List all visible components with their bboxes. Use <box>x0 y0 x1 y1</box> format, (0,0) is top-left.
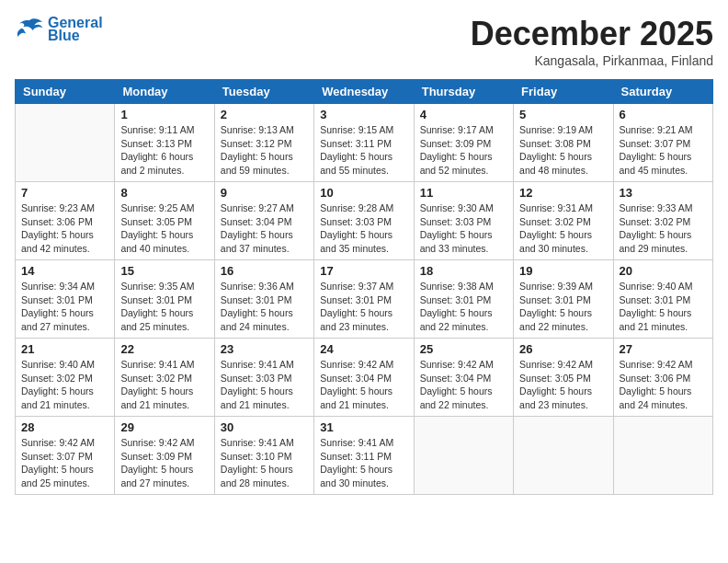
day-number: 15 <box>120 264 208 278</box>
day-number: 10 <box>320 186 407 200</box>
month-title: December 2025 <box>471 15 713 53</box>
day-cell-26: 26Sunrise: 9:42 AM Sunset: 3:05 PM Dayli… <box>514 339 613 417</box>
week-row-4: 21Sunrise: 9:40 AM Sunset: 3:02 PM Dayli… <box>16 339 713 417</box>
weekday-header-thursday: Thursday <box>414 80 513 104</box>
day-number: 26 <box>519 342 607 356</box>
day-info: Sunrise: 9:35 AM Sunset: 3:01 PM Dayligh… <box>120 280 208 334</box>
weekday-header-wednesday: Wednesday <box>314 80 414 104</box>
day-info: Sunrise: 9:40 AM Sunset: 3:01 PM Dayligh… <box>620 280 707 334</box>
day-info: Sunrise: 9:38 AM Sunset: 3:01 PM Dayligh… <box>420 280 507 334</box>
week-row-2: 7Sunrise: 9:23 AM Sunset: 3:06 PM Daylig… <box>16 182 713 260</box>
day-number: 24 <box>320 342 407 356</box>
day-info: Sunrise: 9:36 AM Sunset: 3:01 PM Dayligh… <box>221 280 308 334</box>
day-cell-29: 29Sunrise: 9:42 AM Sunset: 3:09 PM Dayli… <box>115 417 214 495</box>
day-cell-24: 24Sunrise: 9:42 AM Sunset: 3:04 PM Dayli… <box>314 339 414 417</box>
day-info: Sunrise: 9:28 AM Sunset: 3:03 PM Dayligh… <box>320 201 407 256</box>
day-cell-10: 10Sunrise: 9:28 AM Sunset: 3:03 PM Dayli… <box>314 182 414 260</box>
day-info: Sunrise: 9:21 AM Sunset: 3:07 PM Dayligh… <box>620 123 707 178</box>
day-info: Sunrise: 9:23 AM Sunset: 3:06 PM Dayligh… <box>21 201 108 256</box>
day-cell-25: 25Sunrise: 9:42 AM Sunset: 3:04 PM Dayli… <box>414 339 513 417</box>
day-number: 6 <box>620 108 707 121</box>
day-number: 3 <box>320 108 407 121</box>
day-number: 8 <box>120 186 208 200</box>
day-cell-20: 20Sunrise: 9:40 AM Sunset: 3:01 PM Dayli… <box>613 260 712 339</box>
day-cell-17: 17Sunrise: 9:37 AM Sunset: 3:01 PM Dayli… <box>314 260 414 339</box>
day-number: 4 <box>420 108 507 121</box>
day-number: 22 <box>120 342 208 356</box>
day-info: Sunrise: 9:40 AM Sunset: 3:02 PM Dayligh… <box>21 358 108 412</box>
week-row-5: 28Sunrise: 9:42 AM Sunset: 3:07 PM Dayli… <box>16 417 713 495</box>
day-cell-15: 15Sunrise: 9:35 AM Sunset: 3:01 PM Dayli… <box>115 260 214 339</box>
day-cell-19: 19Sunrise: 9:39 AM Sunset: 3:01 PM Dayli… <box>514 260 613 339</box>
day-cell-18: 18Sunrise: 9:38 AM Sunset: 3:01 PM Dayli… <box>414 260 513 339</box>
weekday-header-tuesday: Tuesday <box>214 80 313 104</box>
day-info: Sunrise: 9:27 AM Sunset: 3:04 PM Dayligh… <box>221 201 308 256</box>
day-cell-8: 8Sunrise: 9:25 AM Sunset: 3:05 PM Daylig… <box>115 182 214 260</box>
day-number: 31 <box>320 420 407 434</box>
day-info: Sunrise: 9:25 AM Sunset: 3:05 PM Dayligh… <box>120 201 208 256</box>
day-number: 14 <box>21 264 108 278</box>
day-number: 9 <box>221 186 308 200</box>
day-number: 28 <box>21 420 108 434</box>
day-number: 17 <box>320 264 407 278</box>
day-number: 7 <box>21 186 108 200</box>
day-info: Sunrise: 9:15 AM Sunset: 3:11 PM Dayligh… <box>320 123 407 178</box>
day-info: Sunrise: 9:42 AM Sunset: 3:04 PM Dayligh… <box>420 358 507 412</box>
day-cell-4: 4Sunrise: 9:17 AM Sunset: 3:09 PM Daylig… <box>414 104 513 182</box>
location-text: Kangasala, Pirkanmaa, Finland <box>471 53 713 68</box>
day-cell-31: 31Sunrise: 9:41 AM Sunset: 3:11 PM Dayli… <box>314 417 414 495</box>
day-info: Sunrise: 9:42 AM Sunset: 3:06 PM Dayligh… <box>620 358 707 412</box>
week-row-3: 14Sunrise: 9:34 AM Sunset: 3:01 PM Dayli… <box>16 260 713 339</box>
day-info: Sunrise: 9:19 AM Sunset: 3:08 PM Dayligh… <box>519 123 607 178</box>
day-cell-14: 14Sunrise: 9:34 AM Sunset: 3:01 PM Dayli… <box>16 260 115 339</box>
day-cell-1: 1Sunrise: 9:11 AM Sunset: 3:13 PM Daylig… <box>115 104 214 182</box>
day-cell-12: 12Sunrise: 9:31 AM Sunset: 3:02 PM Dayli… <box>514 182 613 260</box>
day-info: Sunrise: 9:42 AM Sunset: 3:09 PM Dayligh… <box>120 436 208 490</box>
day-number: 25 <box>420 342 507 356</box>
day-number: 16 <box>221 264 308 278</box>
day-cell-22: 22Sunrise: 9:41 AM Sunset: 3:02 PM Dayli… <box>115 339 214 417</box>
day-cell-23: 23Sunrise: 9:41 AM Sunset: 3:03 PM Dayli… <box>214 339 313 417</box>
weekday-header-friday: Friday <box>514 80 613 104</box>
logo: General Blue <box>15 15 103 44</box>
day-info: Sunrise: 9:33 AM Sunset: 3:02 PM Dayligh… <box>620 201 707 256</box>
day-cell-9: 9Sunrise: 9:27 AM Sunset: 3:04 PM Daylig… <box>214 182 313 260</box>
weekday-header-row: SundayMondayTuesdayWednesdayThursdayFrid… <box>16 80 713 104</box>
day-number: 11 <box>420 186 507 200</box>
day-cell-7: 7Sunrise: 9:23 AM Sunset: 3:06 PM Daylig… <box>16 182 115 260</box>
day-number: 27 <box>620 342 707 356</box>
day-info: Sunrise: 9:42 AM Sunset: 3:04 PM Dayligh… <box>320 358 407 412</box>
day-info: Sunrise: 9:42 AM Sunset: 3:07 PM Dayligh… <box>21 436 108 490</box>
day-cell-11: 11Sunrise: 9:30 AM Sunset: 3:03 PM Dayli… <box>414 182 513 260</box>
empty-cell <box>514 417 613 495</box>
day-cell-30: 30Sunrise: 9:41 AM Sunset: 3:10 PM Dayli… <box>214 417 313 495</box>
weekday-header-monday: Monday <box>115 80 214 104</box>
day-info: Sunrise: 9:34 AM Sunset: 3:01 PM Dayligh… <box>21 280 108 334</box>
day-cell-5: 5Sunrise: 9:19 AM Sunset: 3:08 PM Daylig… <box>514 104 613 182</box>
day-info: Sunrise: 9:39 AM Sunset: 3:01 PM Dayligh… <box>519 280 607 334</box>
day-number: 2 <box>221 108 308 121</box>
empty-cell <box>16 104 115 182</box>
day-cell-21: 21Sunrise: 9:40 AM Sunset: 3:02 PM Dayli… <box>16 339 115 417</box>
week-row-1: 1Sunrise: 9:11 AM Sunset: 3:13 PM Daylig… <box>16 104 713 182</box>
day-info: Sunrise: 9:37 AM Sunset: 3:01 PM Dayligh… <box>320 280 407 334</box>
day-cell-27: 27Sunrise: 9:42 AM Sunset: 3:06 PM Dayli… <box>613 339 712 417</box>
day-info: Sunrise: 9:31 AM Sunset: 3:02 PM Dayligh… <box>519 201 607 256</box>
day-cell-3: 3Sunrise: 9:15 AM Sunset: 3:11 PM Daylig… <box>314 104 414 182</box>
day-number: 21 <box>21 342 108 356</box>
day-number: 5 <box>519 108 607 121</box>
day-number: 13 <box>620 186 707 200</box>
day-cell-2: 2Sunrise: 9:13 AM Sunset: 3:12 PM Daylig… <box>214 104 313 182</box>
day-cell-6: 6Sunrise: 9:21 AM Sunset: 3:07 PM Daylig… <box>613 104 712 182</box>
empty-cell <box>414 417 513 495</box>
empty-cell <box>613 417 712 495</box>
day-cell-16: 16Sunrise: 9:36 AM Sunset: 3:01 PM Dayli… <box>214 260 313 339</box>
day-number: 29 <box>120 420 208 434</box>
day-number: 23 <box>221 342 308 356</box>
day-info: Sunrise: 9:41 AM Sunset: 3:10 PM Dayligh… <box>221 436 308 490</box>
weekday-header-saturday: Saturday <box>613 80 712 104</box>
day-info: Sunrise: 9:11 AM Sunset: 3:13 PM Dayligh… <box>120 123 208 178</box>
logo-icon <box>15 17 44 42</box>
weekday-header-sunday: Sunday <box>16 80 115 104</box>
day-info: Sunrise: 9:41 AM Sunset: 3:03 PM Dayligh… <box>221 358 308 412</box>
